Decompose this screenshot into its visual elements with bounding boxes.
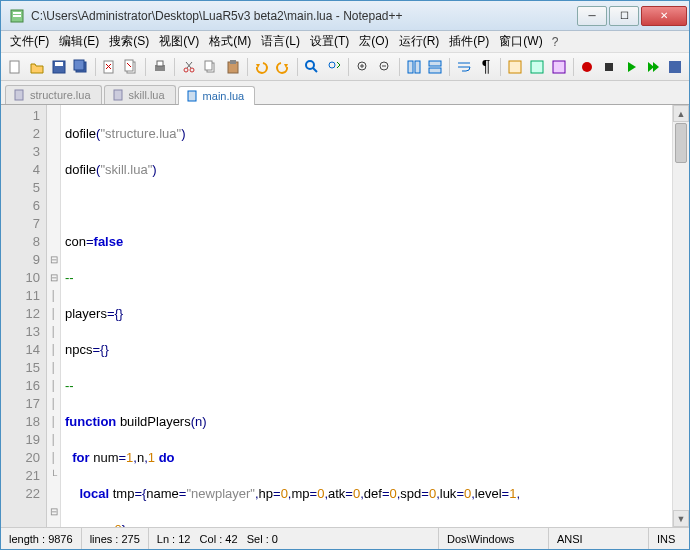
func-list-button[interactable] xyxy=(527,56,547,78)
file-icon xyxy=(14,89,26,101)
app-icon xyxy=(9,8,25,24)
svg-rect-40 xyxy=(553,61,565,73)
status-length: length : 9876 xyxy=(1,528,82,549)
menu-search[interactable]: 搜索(S) xyxy=(104,31,154,52)
menu-help[interactable]: ? xyxy=(552,35,559,49)
file-icon xyxy=(113,89,125,101)
tab-skill[interactable]: skill.lua xyxy=(104,85,176,104)
svg-rect-44 xyxy=(15,90,23,100)
record-button[interactable] xyxy=(578,56,598,78)
close-file-button[interactable] xyxy=(99,56,119,78)
copy-button[interactable] xyxy=(201,56,221,78)
save-macro-button[interactable] xyxy=(665,56,685,78)
wrap-button[interactable] xyxy=(454,56,474,78)
play-multi-button[interactable] xyxy=(643,56,663,78)
play-button[interactable] xyxy=(621,56,641,78)
status-overwrite: INS xyxy=(649,528,689,549)
toolbar: ¶ xyxy=(1,53,689,81)
find-button[interactable] xyxy=(302,56,322,78)
svg-rect-33 xyxy=(415,61,420,73)
svg-rect-3 xyxy=(10,61,19,73)
close-all-button[interactable] xyxy=(121,56,141,78)
sync-v-button[interactable] xyxy=(404,56,424,78)
menu-settings[interactable]: 设置(T) xyxy=(305,31,354,52)
tabbar: structure.lua skill.lua main.lua xyxy=(1,81,689,105)
editor: 12345678910111213141516171819202122 ⊟⊟││… xyxy=(1,105,689,527)
zoom-out-button[interactable] xyxy=(375,56,395,78)
tab-main[interactable]: main.lua xyxy=(178,86,256,105)
vertical-scrollbar[interactable]: ▲ ▼ xyxy=(672,105,689,527)
replace-button[interactable] xyxy=(324,56,344,78)
stop-button[interactable] xyxy=(599,56,619,78)
menu-edit[interactable]: 编辑(E) xyxy=(54,31,104,52)
status-lines: lines : 275 xyxy=(82,528,149,549)
close-button[interactable]: ✕ xyxy=(641,6,687,26)
app-window: C:\Users\Administrator\Desktop\LuaR5v3 b… xyxy=(0,0,690,550)
fold-gutter[interactable]: ⊟⊟││││││││││└⊟ xyxy=(47,105,61,527)
svg-rect-32 xyxy=(408,61,413,73)
svg-rect-43 xyxy=(669,61,681,73)
svg-rect-7 xyxy=(74,60,84,70)
undo-button[interactable] xyxy=(252,56,272,78)
svg-line-19 xyxy=(186,62,191,68)
new-button[interactable] xyxy=(5,56,25,78)
svg-point-16 xyxy=(184,68,188,72)
redo-button[interactable] xyxy=(273,56,293,78)
svg-rect-45 xyxy=(114,90,122,100)
svg-point-17 xyxy=(190,68,194,72)
doc-map-button[interactable] xyxy=(549,56,569,78)
indent-guide-button[interactable] xyxy=(505,56,525,78)
menu-run[interactable]: 运行(R) xyxy=(394,31,445,52)
svg-rect-15 xyxy=(157,61,163,66)
save-button[interactable] xyxy=(49,56,69,78)
menu-file[interactable]: 文件(F) xyxy=(5,31,54,52)
scroll-up-button[interactable]: ▲ xyxy=(673,105,689,122)
window-title: C:\Users\Administrator\Desktop\LuaR5v3 b… xyxy=(31,9,575,23)
line-gutter: 12345678910111213141516171819202122 xyxy=(1,105,47,527)
svg-rect-35 xyxy=(429,68,441,73)
svg-rect-46 xyxy=(188,91,196,101)
menu-window[interactable]: 窗口(W) xyxy=(494,31,547,52)
svg-line-25 xyxy=(313,68,317,72)
code-area[interactable]: dofile("structure.lua") dofile("skill.lu… xyxy=(61,105,672,527)
svg-rect-39 xyxy=(531,61,543,73)
svg-rect-2 xyxy=(13,15,21,17)
tab-structure[interactable]: structure.lua xyxy=(5,85,102,104)
svg-point-24 xyxy=(306,61,314,69)
status-sel: Sel : 0 xyxy=(247,533,278,545)
svg-rect-1 xyxy=(13,12,21,14)
statusbar: length : 9876 lines : 275 Ln : 12 Col : … xyxy=(1,527,689,549)
cut-button[interactable] xyxy=(179,56,199,78)
menu-format[interactable]: 格式(M) xyxy=(204,31,256,52)
menu-language[interactable]: 语言(L) xyxy=(256,31,305,52)
file-icon xyxy=(187,90,199,102)
svg-point-41 xyxy=(582,62,592,72)
svg-point-26 xyxy=(329,62,335,68)
svg-rect-42 xyxy=(605,63,613,71)
menu-view[interactable]: 视图(V) xyxy=(154,31,204,52)
save-all-button[interactable] xyxy=(71,56,91,78)
svg-rect-5 xyxy=(55,62,63,66)
status-col: Col : 42 xyxy=(200,533,238,545)
zoom-in-button[interactable] xyxy=(353,56,373,78)
minimize-button[interactable]: ─ xyxy=(577,6,607,26)
status-ln: Ln : 12 xyxy=(157,533,191,545)
show-all-button[interactable]: ¶ xyxy=(476,56,496,78)
maximize-button[interactable]: ☐ xyxy=(609,6,639,26)
menu-plugins[interactable]: 插件(P) xyxy=(444,31,494,52)
scroll-down-button[interactable]: ▼ xyxy=(673,510,689,527)
svg-rect-38 xyxy=(509,61,521,73)
svg-rect-23 xyxy=(230,60,236,64)
paste-button[interactable] xyxy=(223,56,243,78)
svg-rect-21 xyxy=(205,61,212,70)
open-button[interactable] xyxy=(27,56,47,78)
sync-h-button[interactable] xyxy=(425,56,445,78)
menu-macro[interactable]: 宏(O) xyxy=(354,31,393,52)
status-eol: Dos\Windows xyxy=(439,528,549,549)
scroll-thumb[interactable] xyxy=(675,123,687,163)
titlebar[interactable]: C:\Users\Administrator\Desktop\LuaR5v3 b… xyxy=(1,1,689,31)
status-encoding: ANSI xyxy=(549,528,649,549)
menubar: 文件(F) 编辑(E) 搜索(S) 视图(V) 格式(M) 语言(L) 设置(T… xyxy=(1,31,689,53)
svg-line-18 xyxy=(187,62,192,68)
print-button[interactable] xyxy=(150,56,170,78)
